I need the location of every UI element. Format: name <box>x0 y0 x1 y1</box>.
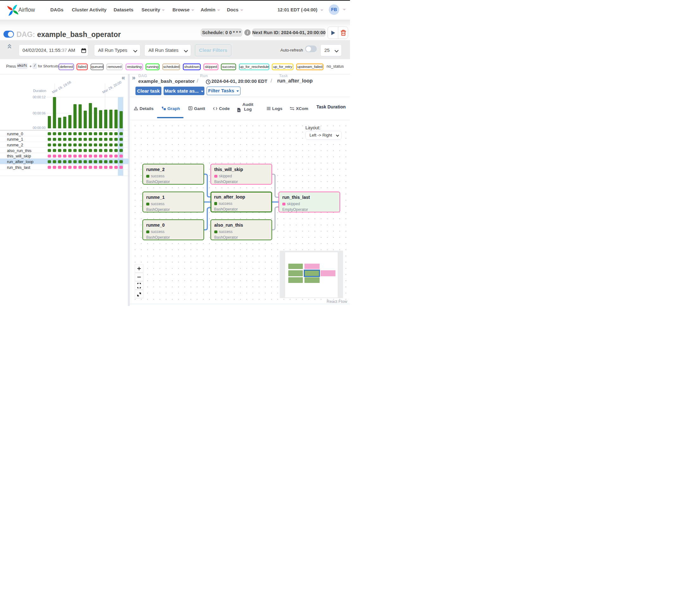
svg-text:Mar 19, 19:56: Mar 19, 19:56 <box>51 80 72 94</box>
svg-text:runme_0: runme_0 <box>7 131 23 136</box>
svg-text:00:00:12: 00:00:12 <box>32 95 45 99</box>
svg-text:run_after_loop: run_after_loop <box>7 159 33 164</box>
svg-text:runme_2: runme_2 <box>7 142 23 147</box>
svg-text:run_this_last: run_this_last <box>7 165 30 170</box>
svg-text:also_run_this: also_run_this <box>7 148 32 153</box>
svg-text:runme_1: runme_1 <box>7 137 23 142</box>
svg-text:Duration: Duration <box>33 89 46 93</box>
svg-text:this_will_skip: this_will_skip <box>7 154 31 158</box>
svg-text:Mar 29, 20:00: Mar 29, 20:00 <box>102 80 122 94</box>
svg-text:00:00:00: 00:00:00 <box>32 126 45 130</box>
svg-text:00:00:06: 00:00:06 <box>32 111 45 115</box>
